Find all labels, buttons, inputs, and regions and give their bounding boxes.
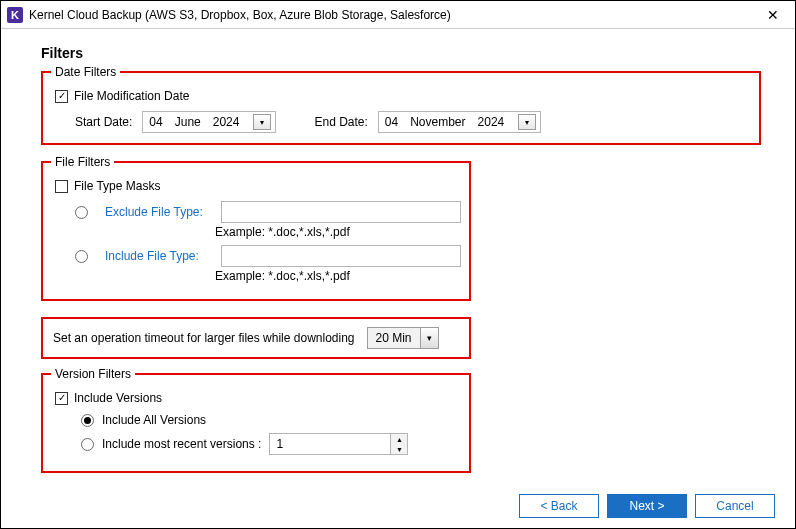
- end-month[interactable]: November: [408, 115, 467, 129]
- file-mod-date-checkbox[interactable]: [55, 90, 68, 103]
- include-example: Example: *.doc,*.xls,*.pdf: [215, 269, 457, 283]
- include-file-type-input[interactable]: [221, 245, 461, 267]
- start-date-label: Start Date:: [75, 115, 132, 129]
- start-month[interactable]: June: [173, 115, 203, 129]
- include-file-type-radio[interactable]: [75, 250, 88, 263]
- date-filters-group: Date Filters File Modification Date Star…: [41, 71, 761, 145]
- recent-versions-spinner[interactable]: 1 ▲ ▼: [269, 433, 408, 455]
- exclude-file-type-label: Exclude File Type:: [105, 205, 215, 219]
- close-icon: ✕: [767, 7, 779, 23]
- include-recent-versions-label: Include most recent versions :: [102, 437, 261, 451]
- end-day[interactable]: 04: [383, 115, 400, 129]
- end-date-picker[interactable]: 04 November 2024 ▾: [378, 111, 541, 133]
- include-versions-label: Include Versions: [74, 391, 162, 405]
- chevron-down-icon[interactable]: ▾: [420, 328, 438, 348]
- page-title: Filters: [41, 45, 765, 61]
- include-versions-checkbox[interactable]: [55, 392, 68, 405]
- timeout-combo[interactable]: 20 Min ▾: [367, 327, 439, 349]
- app-icon: K: [7, 7, 23, 23]
- version-filters-group: Version Filters Include Versions Include…: [41, 373, 471, 473]
- start-date-picker[interactable]: 04 June 2024 ▾: [142, 111, 276, 133]
- next-button[interactable]: Next >: [607, 494, 687, 518]
- file-filters-group: File Filters File Type Masks Exclude Fil…: [41, 161, 471, 301]
- include-all-versions-label: Include All Versions: [102, 413, 206, 427]
- spinner-up-icon[interactable]: ▲: [391, 434, 407, 444]
- start-year[interactable]: 2024: [211, 115, 242, 129]
- exclude-example: Example: *.doc,*.xls,*.pdf: [215, 225, 457, 239]
- calendar-dropdown-icon[interactable]: ▾: [253, 114, 271, 130]
- exclude-file-type-input[interactable]: [221, 201, 461, 223]
- calendar-dropdown-icon[interactable]: ▾: [518, 114, 536, 130]
- end-year[interactable]: 2024: [476, 115, 507, 129]
- window-title: Kernel Cloud Backup (AWS S3, Dropbox, Bo…: [29, 8, 757, 22]
- file-type-masks-label: File Type Masks: [74, 179, 160, 193]
- wizard-button-bar: < Back Next > Cancel: [519, 494, 775, 518]
- include-recent-versions-radio[interactable]: [81, 438, 94, 451]
- end-date-label: End Date:: [314, 115, 367, 129]
- titlebar: K Kernel Cloud Backup (AWS S3, Dropbox, …: [1, 1, 795, 29]
- timeout-value: 20 Min: [368, 331, 420, 345]
- include-all-versions-radio[interactable]: [81, 414, 94, 427]
- close-button[interactable]: ✕: [757, 3, 789, 27]
- date-filters-legend: Date Filters: [51, 65, 120, 79]
- back-button[interactable]: < Back: [519, 494, 599, 518]
- cancel-button[interactable]: Cancel: [695, 494, 775, 518]
- exclude-file-type-radio[interactable]: [75, 206, 88, 219]
- include-file-type-label: Include File Type:: [105, 249, 215, 263]
- start-day[interactable]: 04: [147, 115, 164, 129]
- recent-versions-value[interactable]: 1: [270, 434, 390, 454]
- timeout-label: Set an operation timeout for larger file…: [53, 331, 355, 345]
- spinner-down-icon[interactable]: ▼: [391, 444, 407, 454]
- file-mod-date-label: File Modification Date: [74, 89, 189, 103]
- file-filters-legend: File Filters: [51, 155, 114, 169]
- file-type-masks-checkbox[interactable]: [55, 180, 68, 193]
- timeout-group: Set an operation timeout for larger file…: [41, 317, 471, 359]
- version-filters-legend: Version Filters: [51, 367, 135, 381]
